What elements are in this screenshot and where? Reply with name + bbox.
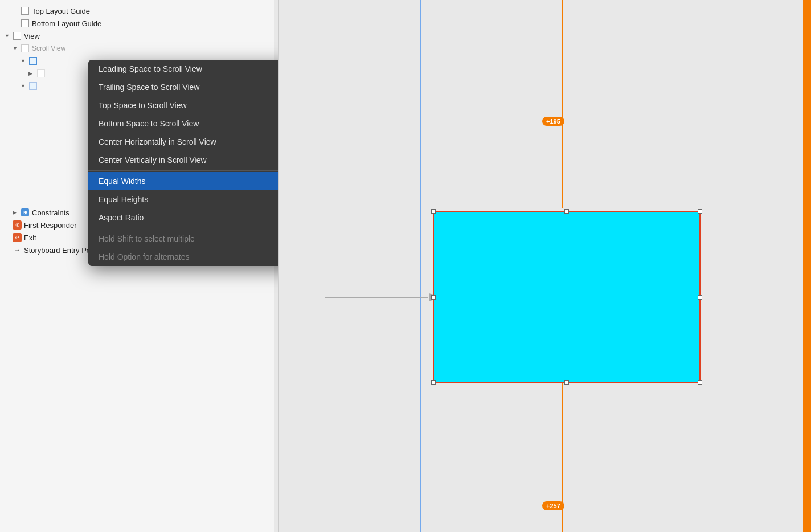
tree-item-scroll-view[interactable]: ▼ Scroll View: [0, 42, 278, 55]
constraints-icon: ⊞: [21, 208, 30, 217]
menu-divider-2: [88, 228, 279, 228]
storyboard-entry-label: Storyboard Entry Point: [24, 246, 99, 255]
transition-arrow: [325, 290, 439, 304]
top-layout-guide-label: Top Layout Guide: [32, 7, 90, 15]
tree-item-top-layout-guide[interactable]: Top Layout Guide: [0, 5, 278, 17]
leading-space-label: Leading Space to Scroll View: [99, 64, 202, 73]
menu-item-center-v[interactable]: Center Vertically in Scroll View: [88, 151, 279, 169]
menu-item-top-space[interactable]: Top Space to Scroll View: [88, 96, 279, 114]
blurred1-arrow: ▶: [28, 71, 36, 76]
menu-item-equal-heights[interactable]: Equal Heights: [88, 190, 279, 208]
menu-divider-1: [88, 170, 279, 171]
handle-top-middle[interactable]: [564, 209, 569, 214]
handle-middle-right[interactable]: [698, 295, 702, 300]
scroll-view-arrow: ▼: [13, 46, 21, 51]
menu-item-hold-option: Hold Option for alternates: [88, 248, 279, 266]
handle-top-right[interactable]: [698, 209, 702, 214]
first-responder-arrow: [5, 222, 13, 228]
constraint-badge-bottom: +257: [542, 501, 564, 510]
view-label: View: [24, 32, 40, 40]
constraints-label: Constraints: [32, 208, 69, 217]
top-space-label: Top Space to Scroll View: [99, 101, 187, 110]
tree-item-view[interactable]: ▼ View: [0, 30, 278, 42]
bottom-space-label: Bottom Space to Scroll View: [99, 119, 199, 128]
rect-icon4: [21, 44, 30, 53]
exit-label: Exit: [24, 234, 36, 242]
rect-icon3: [13, 31, 22, 40]
hold-shift-label: Hold Shift to select multiple: [99, 234, 195, 243]
selected-view[interactable]: [433, 211, 701, 383]
menu-item-center-h[interactable]: Center Horizontally in Scroll View: [88, 133, 279, 151]
arrow-spacer2: [13, 21, 21, 26]
orange-sidebar-bar: [803, 0, 811, 532]
center-h-label: Center Horizontally in Scroll View: [99, 137, 216, 146]
scroll-child-arrow: ▼: [21, 58, 28, 64]
menu-item-hold-shift: Hold Shift to select multiple: [88, 230, 279, 248]
aspect-ratio-label: Aspect Ratio: [99, 213, 144, 222]
bottom-layout-guide-label: Bottom Layout Guide: [32, 19, 101, 28]
first-responder-label: First Responder: [24, 221, 76, 230]
center-v-label: Center Vertically in Scroll View: [99, 155, 207, 165]
exit-arrow: [5, 235, 13, 240]
menu-item-trailing-space[interactable]: Trailing Space to Scroll View: [88, 78, 279, 96]
menu-item-aspect-ratio[interactable]: Aspect Ratio: [88, 208, 279, 227]
rect-icon2: [21, 19, 30, 28]
rect-icon5: [36, 69, 46, 78]
rect-blue-icon: [28, 56, 38, 66]
menu-item-leading-space[interactable]: Leading Space to Scroll View: [88, 60, 279, 78]
badge-bottom-value: +257: [546, 502, 560, 509]
first-responder-icon: ①: [13, 220, 22, 230]
scroll-view-label: Scroll View: [32, 44, 65, 52]
handle-bottom-left[interactable]: [431, 380, 436, 385]
constraint-badge-top: +195: [542, 117, 564, 126]
exit-icon: ↩: [13, 233, 22, 242]
blurred2-arrow: ▼: [21, 83, 28, 89]
handle-top-left[interactable]: [431, 209, 436, 214]
tree-item-bottom-layout-guide[interactable]: Bottom Layout Guide: [0, 17, 278, 30]
rect-blue-icon2: [28, 81, 38, 91]
context-menu: Leading Space to Scroll View Trailing Sp…: [88, 60, 279, 266]
equal-widths-label: Equal Widths: [99, 177, 145, 186]
handle-middle-left[interactable]: [431, 295, 436, 300]
equal-heights-label: Equal Heights: [99, 195, 148, 204]
outline-panel: Top Layout Guide Bottom Layout Guide ▼ V…: [0, 0, 279, 532]
canvas-panel: +195 +257: [279, 0, 811, 532]
trailing-space-label: Trailing Space to Scroll View: [99, 83, 199, 92]
guide-line-vertical: [420, 0, 421, 532]
menu-item-equal-widths[interactable]: Equal Widths: [88, 172, 279, 190]
view-arrow: ▼: [5, 33, 13, 39]
rect-icon: [21, 6, 30, 15]
arrow-spacer: [13, 8, 21, 14]
handle-bottom-middle[interactable]: [564, 380, 569, 385]
hold-option-label: Hold Option for alternates: [99, 252, 190, 261]
menu-item-bottom-space[interactable]: Bottom Space to Scroll View: [88, 114, 279, 133]
arrow-line: [325, 297, 428, 298]
entry-arrow: [5, 247, 13, 253]
view-content: [433, 211, 701, 383]
entry-arrow-icon: →: [13, 245, 22, 255]
handle-bottom-right[interactable]: [698, 380, 702, 385]
constraints-arrow: ▶: [13, 210, 21, 215]
badge-top-value: +195: [546, 118, 560, 125]
